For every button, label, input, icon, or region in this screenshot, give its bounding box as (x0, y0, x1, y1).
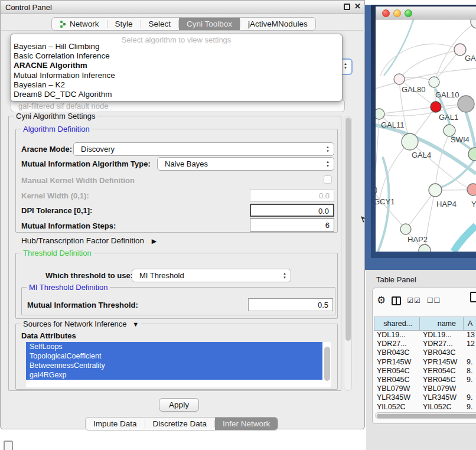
network-node[interactable] (471, 19, 476, 28)
float-window-icon[interactable] (344, 4, 350, 10)
node-gal4[interactable] (402, 133, 418, 150)
data-attributes-list[interactable]: SelfLoopsTopologicalCoefficientBetweenne… (26, 342, 331, 387)
tab-label: Discretize Data (153, 419, 207, 428)
attribute-item-betweennesscentrality[interactable]: BetweennessCentrality (26, 361, 322, 370)
columns-icon[interactable] (392, 296, 401, 305)
aracne-mode-combo[interactable]: Discovery ▲▼ (73, 142, 334, 156)
node-gal11[interactable] (376, 109, 384, 119)
dpi-tolerance-label: DPI Tolerance [0,1]: (21, 206, 92, 215)
gear-icon[interactable]: ⚙ (377, 295, 386, 306)
cyni-bottom-tabbar: Impute DataDiscretize DataInfer Network (85, 417, 278, 431)
network-edge[interactable] (380, 44, 460, 76)
node-gcy1[interactable] (376, 185, 377, 195)
group-title[interactable]: Sources for Network Inference ▼ (21, 319, 141, 328)
attribute-item-topologicalcoefficient[interactable]: TopologicalCoefficient (26, 351, 322, 361)
table-row[interactable]: YBR043CYBR043C (374, 348, 476, 357)
tab-jactivemnodules[interactable]: jActiveMNodules (240, 18, 315, 30)
show-checked-columns-icon[interactable]: ☑☑ (407, 296, 421, 305)
combo-stepper-icon: ▲▼ (283, 272, 286, 280)
tab-style[interactable]: Style (107, 18, 141, 30)
hide-unchecked-columns-icon[interactable]: ☐☐ (427, 296, 441, 305)
network-edge[interactable] (379, 107, 436, 114)
control-panel-titlebar[interactable]: Control Panel ✕ (1, 1, 364, 14)
network-edge[interactable] (454, 226, 476, 252)
table-cell: 13 (464, 331, 476, 340)
algorithm-option-basic-correlation-inference[interactable]: Basic Correlation Inference (12, 51, 340, 61)
network-canvas[interactable]: GALGAL80GAL10GAL1GAL11SWI4GAL4GCY1HAP4YH… (376, 19, 476, 252)
algorithm-option-bayesian-hill-climbing[interactable]: Bayesian – Hill Climbing (12, 42, 340, 51)
table-row[interactable]: YPR145WYPR145W9. (374, 358, 476, 367)
node-hap2[interactable] (400, 224, 411, 234)
tab-cyni-toolbox[interactable]: Cyni Toolbox (179, 18, 240, 30)
node-label: HAP4 (436, 200, 457, 208)
network-edge[interactable] (384, 19, 413, 76)
column-header-shared[interactable]: shared... (374, 317, 420, 331)
column-header-name[interactable]: name (420, 317, 464, 331)
zoom-traffic-light[interactable] (405, 9, 412, 17)
network-edge[interactable] (435, 135, 449, 190)
collapse-right-icon[interactable]: ▶ (152, 237, 157, 244)
node-gal1[interactable] (431, 102, 441, 112)
network-node[interactable] (419, 244, 431, 252)
table-row[interactable]: YDL19...YDL19...13 (374, 331, 476, 340)
document-icon[interactable] (470, 292, 476, 302)
node-swi4[interactable] (444, 125, 455, 136)
data-attributes-label: Data Attributes (21, 331, 76, 340)
table-cell: YIL052C (420, 403, 464, 412)
node-gal80[interactable] (394, 74, 405, 84)
table-row[interactable]: YDR27...YDR27...12 (374, 340, 476, 348)
network-window-titlebar[interactable] (376, 6, 476, 19)
collapsed-panel-icon[interactable] (4, 441, 13, 450)
network-edge[interactable] (379, 142, 410, 201)
node-hap4[interactable] (429, 184, 442, 197)
scrollbar-thumb[interactable] (377, 414, 476, 418)
network-edge[interactable] (376, 125, 476, 174)
table-row[interactable]: YBR045CYBR045C9. (374, 376, 476, 384)
algorithm-option-bayesian-k2[interactable]: Bayesian – K2 (12, 80, 340, 90)
tab-label: Impute Data (93, 419, 137, 428)
attribute-item-selfloops[interactable]: SelfLoops (26, 342, 322, 351)
table-row[interactable]: YER054CYER054C8. (374, 367, 476, 376)
table-row[interactable]: YBL079WYBL079W (374, 384, 476, 393)
scrollbar-thumb[interactable] (345, 118, 351, 341)
tab-impute-data[interactable]: Impute Data (86, 418, 145, 430)
node-gal10[interactable] (429, 77, 439, 87)
mi-threshold-field[interactable]: 0.5 (248, 298, 333, 311)
settings-vertical-scrollbar[interactable] (344, 116, 352, 391)
manual-kernel-checkbox[interactable] (324, 175, 332, 184)
minimize-traffic-light[interactable] (393, 9, 401, 17)
tab-network[interactable]: Network (52, 18, 107, 30)
tab-discretize-data[interactable]: Discretize Data (145, 418, 215, 430)
table-row[interactable]: YIL052CYIL052C9. (374, 403, 476, 412)
table-horizontal-scrollbar[interactable] (375, 412, 476, 419)
column-header-a[interactable]: A (464, 317, 476, 331)
node-attribute-table[interactable]: shared...nameAYDL19...YDL19...13YDR27...… (374, 317, 476, 412)
close-traffic-light[interactable] (382, 9, 390, 17)
algorithm-option-dream8-dc-tdc-algorithm[interactable]: Dream8 DC_TDC Algorithm (12, 90, 340, 99)
table-cell: 9. (464, 403, 476, 412)
kernel-width-field[interactable]: 0.0 (250, 189, 334, 202)
node-label: GAL11 (381, 120, 405, 129)
screen: GALGAL80GAL10GAL1GAL11SWI4GAL4GCY1HAP4YH… (0, 0, 476, 450)
table-row[interactable]: YLR345WYLR345W9. (374, 393, 476, 402)
attribute-item-gal4rgexp[interactable]: gal4RGexp (26, 370, 322, 380)
mi-steps-field[interactable]: 6 (250, 219, 334, 231)
network-view-window[interactable]: GALGAL80GAL10GAL1GAL11SWI4GAL4GCY1HAP4YH… (371, 5, 476, 258)
tab-infer-network[interactable]: Infer Network (215, 418, 278, 430)
network-node[interactable] (458, 96, 474, 112)
algorithm-option-aracne-algorithm[interactable]: ARACNE Algorithm (12, 61, 340, 70)
algorithm-option-mutual-information-inference[interactable]: Mutual Information Inference (12, 71, 340, 80)
collapse-down-icon[interactable]: ▼ (132, 321, 139, 328)
apply-button[interactable]: Apply (159, 398, 199, 412)
mi-algorithm-type-combo[interactable]: Naive Bayes ▲▼ (157, 157, 334, 171)
node-gal[interactable] (454, 44, 466, 56)
group-title: Cyni Algorithm Settings (14, 112, 97, 120)
close-panel-icon[interactable]: ✕ (354, 2, 361, 11)
tab-select[interactable]: Select (141, 18, 179, 30)
hub-definition-toggle[interactable]: Hub/Transcription Factor Definition ▶ (21, 236, 157, 245)
node-y[interactable] (467, 184, 476, 195)
group-title: MI Threshold Definition (27, 283, 110, 292)
dpi-tolerance-field[interactable]: 0.0 (250, 204, 334, 217)
list-scrollbar-thumb[interactable] (324, 347, 330, 381)
which-threshold-combo[interactable]: MI Threshold ▲▼ (132, 269, 291, 282)
